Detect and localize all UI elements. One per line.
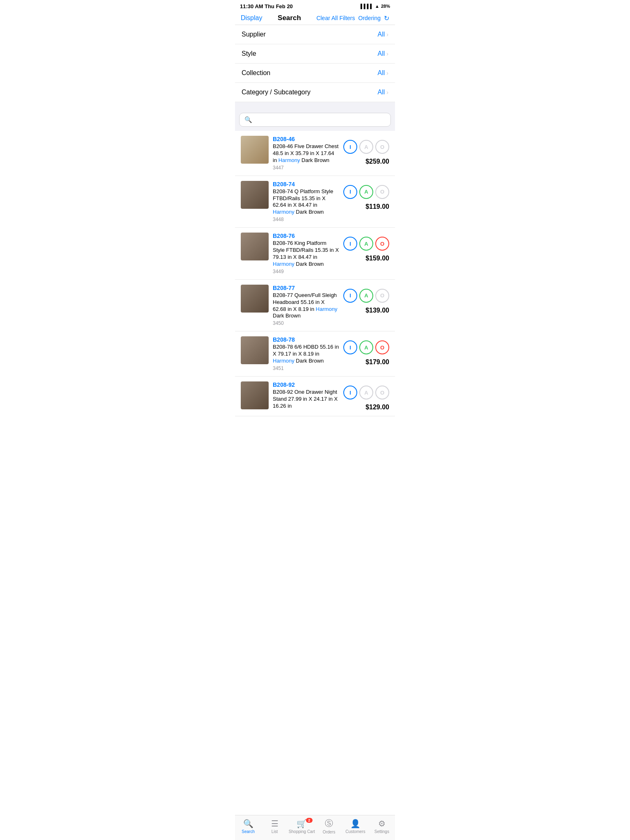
product-price: $179.00 (365, 358, 389, 366)
badge-i[interactable]: I (343, 185, 357, 199)
product-item[interactable]: B208-77 B208-77 Queen/Full Sleigh Headbo… (235, 280, 395, 332)
chevron-right-icon: › (386, 89, 388, 96)
product-info: B208-74 B208-74 Q Platform Style FTBD/Ra… (273, 181, 339, 223)
product-item[interactable]: B208-74 B208-74 Q Platform Style FTBD/Ra… (235, 176, 395, 228)
battery-icon: 28% (381, 4, 390, 9)
display-button[interactable]: Display (241, 14, 262, 22)
product-badges: I A O (343, 140, 389, 154)
product-info: B208-78 B208-78 6/6 HDBD 55.16 in X 79.1… (273, 336, 339, 371)
badge-o[interactable]: O (375, 237, 389, 251)
badge-a[interactable]: A (359, 386, 373, 399)
product-id: 3448 (273, 217, 339, 222)
product-badges: I A O (343, 386, 389, 399)
nav-bar: Display Search Clear All Filters Orderin… (235, 11, 395, 25)
product-info: B208-77 B208-77 Queen/Full Sleigh Headbo… (273, 285, 339, 326)
clear-filters-button[interactable]: Clear All Filters (316, 15, 355, 21)
product-sku: B208-76 (273, 233, 339, 239)
filter-collection[interactable]: Collection All › (235, 64, 395, 83)
filter-style[interactable]: Style All › (235, 44, 395, 64)
filter-category[interactable]: Category / Subcategory All › (235, 83, 395, 102)
product-sku: B208-77 (273, 285, 339, 291)
product-description: B208-77 Queen/Full Sleigh Headboard 55.1… (273, 292, 339, 320)
product-item[interactable]: B208-92 B208-92 One Drawer Night Stand 2… (235, 377, 395, 416)
filter-category-label: Category / Subcategory (242, 89, 310, 96)
filter-category-value: All (378, 89, 385, 96)
filter-collection-label: Collection (242, 69, 270, 77)
product-badges: I A O (343, 340, 389, 354)
product-thumbnail (241, 181, 269, 209)
badge-a[interactable]: A (359, 340, 373, 354)
filter-supplier-label: Supplier (242, 31, 266, 38)
badge-i[interactable]: I (343, 386, 357, 399)
product-description: B208-92 One Drawer Night Stand 27.99 in … (273, 389, 339, 410)
product-brand: Harmony (273, 358, 294, 364)
product-badges: I A O (343, 289, 389, 303)
badge-o[interactable]: O (375, 185, 389, 199)
product-id: 3449 (273, 269, 339, 274)
badge-a[interactable]: A (359, 185, 373, 199)
badge-o[interactable]: O (375, 140, 389, 154)
filter-list: Supplier All › Style All › Collection Al… (235, 25, 395, 102)
status-icons: ▌▌▌▌ ▲ 28% (361, 4, 390, 9)
ordering-button[interactable]: Ordering (358, 15, 381, 21)
product-price: $119.00 (365, 203, 389, 210)
product-description: B208-46 Five Drawer Chest 48.5 in X 35.7… (273, 143, 339, 164)
filter-supplier-value-wrap: All › (378, 31, 388, 38)
product-item[interactable]: B208-76 B208-76 King Platform Style FTBD… (235, 228, 395, 280)
product-brand: Harmony (316, 306, 338, 312)
product-brand: Harmony (273, 261, 294, 267)
product-id: 3447 (273, 165, 339, 171)
search-bar-wrap: 🔍 (235, 110, 395, 131)
filter-category-value-wrap: All › (378, 89, 388, 96)
product-sku: B208-74 (273, 181, 339, 187)
wifi-icon: ▲ (375, 4, 379, 9)
badge-a[interactable]: A (359, 237, 373, 251)
product-price: $139.00 (365, 307, 389, 314)
badge-i[interactable]: I (343, 237, 357, 251)
search-icon: 🔍 (244, 116, 252, 123)
filter-style-value: All (378, 50, 385, 57)
product-item[interactable]: B208-46 B208-46 Five Drawer Chest 48.5 i… (235, 131, 395, 176)
product-sku: B208-46 (273, 136, 339, 142)
refresh-button[interactable]: ↻ (384, 14, 389, 22)
filter-style-label: Style (242, 50, 256, 57)
badge-o[interactable]: O (375, 386, 389, 399)
section-spacer (235, 102, 395, 110)
badge-a[interactable]: A (359, 289, 373, 303)
product-brand: Harmony (273, 209, 294, 215)
badge-i[interactable]: I (343, 289, 357, 303)
product-price: $159.00 (365, 255, 389, 262)
product-thumbnail (241, 233, 269, 260)
product-item[interactable]: B208-78 B208-78 6/6 HDBD 55.16 in X 79.1… (235, 331, 395, 377)
badge-o[interactable]: O (375, 340, 389, 354)
filter-supplier-value: All (378, 31, 385, 38)
badge-i[interactable]: I (343, 140, 357, 154)
product-info: B208-76 B208-76 King Platform Style FTBD… (273, 233, 339, 274)
product-description: B208-76 King Platform Style FTBD/Rails 1… (273, 240, 339, 268)
badge-i[interactable]: I (343, 340, 357, 354)
status-time: 11:30 AM Thu Feb 20 (240, 3, 293, 9)
status-bar: 11:30 AM Thu Feb 20 ▌▌▌▌ ▲ 28% (235, 0, 395, 11)
badge-o[interactable]: O (375, 289, 389, 303)
filter-style-value-wrap: All › (378, 50, 388, 57)
product-thumbnail (241, 285, 269, 313)
product-badges: I A O (343, 185, 389, 199)
search-input[interactable] (256, 116, 386, 123)
search-bar: 🔍 (239, 113, 391, 127)
page-title: Search (278, 14, 301, 22)
product-price: $259.00 (365, 158, 389, 165)
nav-right: Clear All Filters Ordering ↻ (316, 14, 389, 22)
filter-supplier[interactable]: Supplier All › (235, 25, 395, 44)
product-info: B208-46 B208-46 Five Drawer Chest 48.5 i… (273, 136, 339, 171)
filter-collection-value-wrap: All › (378, 69, 388, 77)
chevron-right-icon: › (386, 50, 388, 57)
badge-a[interactable]: A (359, 140, 373, 154)
product-brand: Harmony (278, 157, 300, 163)
product-thumbnail (241, 336, 269, 364)
product-info: B208-92 B208-92 One Drawer Night Stand 2… (273, 381, 339, 411)
product-list: B208-46 B208-46 Five Drawer Chest 48.5 i… (235, 131, 395, 416)
signal-icon: ▌▌▌▌ (361, 4, 373, 9)
product-sku: B208-78 (273, 336, 339, 343)
product-sku: B208-92 (273, 381, 339, 388)
product-price: $129.00 (365, 404, 389, 411)
